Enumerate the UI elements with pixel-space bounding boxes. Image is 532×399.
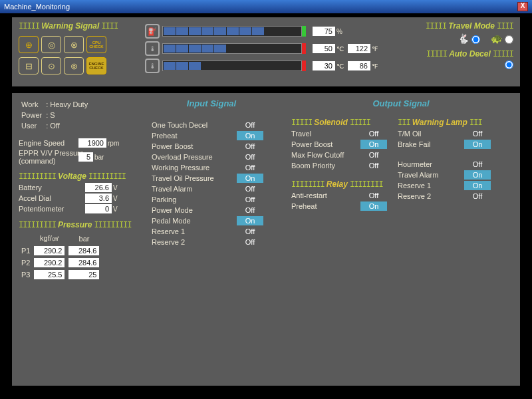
signal-label: Reserve 2 [398, 192, 464, 200]
signal-value[interactable]: Off [360, 129, 387, 138]
temp2-icon: 🌡 [145, 59, 160, 73]
signal-label: Travel Alarm [152, 185, 237, 193]
signal-value[interactable]: On [237, 216, 263, 225]
signal-value[interactable]: On [237, 174, 263, 183]
bar-unit: bar [94, 154, 104, 161]
warn-icon-5: ⊟ [19, 57, 39, 74]
signal-row: Reserve 2Off [398, 192, 511, 201]
signal-value[interactable]: Off [464, 129, 491, 138]
hash-left: IIIII [19, 21, 39, 31]
signal-value[interactable]: Off [464, 160, 491, 169]
auto-decel-radio[interactable] [505, 61, 513, 69]
t2-f: 86 [348, 61, 370, 70]
power-label: Power [20, 110, 43, 120]
signal-row: Reserve 1On [398, 181, 511, 190]
engine-speed-label: Engine Speed [19, 139, 78, 147]
kgf-header: kgf/㎠ [33, 233, 66, 244]
signal-value[interactable]: Off [237, 195, 263, 204]
signal-value[interactable]: On [360, 201, 387, 211]
close-icon[interactable]: X [517, 2, 528, 11]
bottom-panel: Work: Heavy Duty Power: S User: Off Engi… [12, 93, 520, 386]
t1-f: 122 [348, 44, 370, 53]
signal-label: Max Flow Cutoff [291, 151, 360, 159]
fuel-unit: % [336, 28, 342, 35]
signal-row: Power ModeOff [152, 205, 271, 215]
signal-label: Brake Fail [398, 140, 464, 148]
signal-row: Boom PriorityOff [291, 161, 398, 170]
turtle-icon[interactable]: 🐢 [491, 33, 502, 44]
p3-kgf: 25.5 [34, 270, 65, 279]
signal-row: Reserve 2Off [152, 237, 271, 247]
user-label: User [20, 121, 43, 130]
p1-kgf: 290.2 [34, 246, 65, 255]
signal-row: Overload PressureOff [152, 152, 271, 162]
signal-row: HourmeterOff [398, 160, 511, 169]
signal-label: Parking [152, 196, 237, 203]
signal-label: Power Mode [152, 206, 237, 214]
fahrenheit-2: ℉ [372, 63, 378, 70]
top-panel: IIIII Warning Signal IIII ⊕ ◎ ⊗ CPUCHECK… [12, 17, 520, 86]
signal-value[interactable]: Off [237, 120, 263, 130]
pressure-label: Pressure [58, 220, 92, 229]
warn-icon-3: ⊗ [64, 36, 84, 53]
signal-row: Reserve 1Off [152, 227, 271, 236]
signal-row: Anti-restartOff [291, 191, 398, 200]
signal-row: Brake FailOn [398, 140, 511, 149]
work-label: Work [20, 100, 43, 109]
signal-label: One Touch Decel [152, 121, 237, 129]
app-window: Machine_Monitoring X IIIII Warning Signa… [0, 0, 532, 399]
signal-value[interactable]: Off [360, 150, 387, 160]
window-title: Machine_Monitoring [4, 0, 70, 13]
signal-row: One Touch DecelOff [152, 120, 271, 130]
signal-value[interactable]: Off [237, 227, 263, 236]
voltage-label: Voltage [58, 172, 86, 181]
p1-label: P1 [20, 245, 31, 256]
signal-row: Travel Oil PressureOn [152, 174, 271, 183]
signal-value[interactable]: Off [237, 184, 263, 194]
rabbit-radio[interactable] [471, 35, 480, 44]
signal-label: Power Boost [152, 142, 237, 150]
signal-value[interactable]: On [464, 170, 491, 180]
signal-value[interactable]: On [464, 140, 491, 149]
signal-row: T/M OilOff [398, 129, 511, 138]
eppr-label2: (command) [19, 157, 56, 165]
gauge-temp1: 🌡 50 ℃ 122 ℉ [145, 41, 378, 56]
p2-bar: 284.6 [68, 258, 99, 267]
signal-row: Travel AlarmOff [152, 184, 271, 194]
signal-value[interactable]: Off [237, 237, 263, 247]
signal-value[interactable]: Off [464, 192, 491, 201]
rabbit-icon[interactable]: 🐇 [458, 33, 469, 44]
fuel-icon: ⛽ [145, 24, 160, 39]
auto-decel-label: Auto Decel [449, 49, 491, 59]
signal-value[interactable]: On [464, 181, 491, 190]
signal-value[interactable]: On [360, 140, 387, 149]
signal-value[interactable]: Off [237, 205, 263, 215]
warn-icon-7: ⊚ [64, 57, 84, 74]
battery-label: Battery [19, 184, 85, 192]
signal-row: TravelOff [291, 129, 398, 138]
signal-value[interactable]: Off [360, 161, 387, 170]
signal-label: Boom Priority [291, 162, 360, 170]
work-value: : Heavy Duty [45, 100, 89, 109]
titlebar[interactable]: Machine_Monitoring X [0, 0, 532, 13]
signal-row: Working PressureOff [152, 163, 271, 172]
signal-label: Reserve 1 [398, 182, 464, 190]
signal-value[interactable]: On [237, 131, 263, 140]
temp1-icon: 🌡 [145, 41, 160, 56]
pot-value: 0 [85, 204, 112, 213]
hash-right: IIII [101, 21, 118, 31]
signal-label: Pedal Mode [152, 217, 237, 225]
input-signal-title: Input Signal [152, 98, 271, 108]
signal-value[interactable]: Off [237, 142, 263, 151]
hash-tm-l: IIIII [426, 21, 446, 31]
user-value: : Off [45, 121, 89, 130]
signal-row: PreheatOn [152, 131, 271, 140]
signal-value[interactable]: Off [237, 152, 263, 162]
signal-label: Preheat [291, 202, 360, 210]
signal-value[interactable]: Off [360, 191, 387, 200]
engine-speed-value: 1900 [78, 138, 106, 148]
signal-row: Travel AlarmOn [398, 170, 511, 180]
signal-label: Travel Alarm [398, 171, 464, 179]
turtle-radio[interactable] [505, 35, 513, 44]
signal-value[interactable]: Off [237, 163, 263, 172]
